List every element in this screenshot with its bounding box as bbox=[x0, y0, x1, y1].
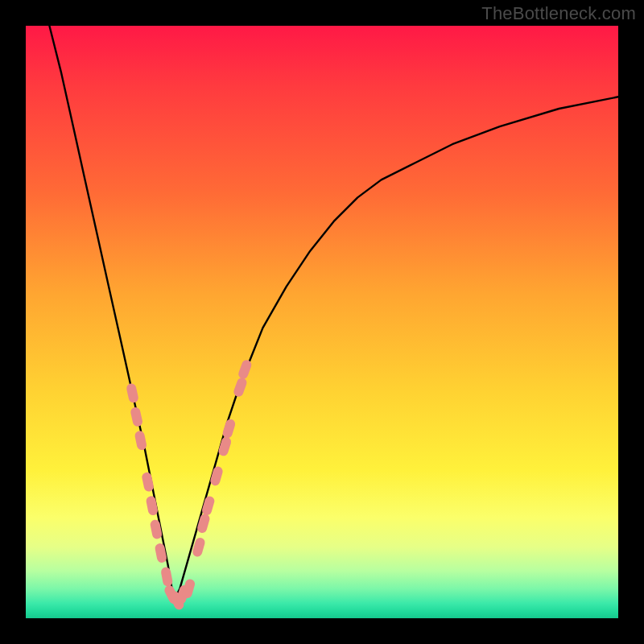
marker-group bbox=[126, 359, 253, 612]
curve-marker bbox=[146, 495, 159, 516]
curve-marker bbox=[155, 543, 167, 564]
curve-marker bbox=[160, 567, 173, 588]
chart-svg bbox=[26, 26, 618, 618]
curve-marker bbox=[141, 472, 155, 493]
curve-marker bbox=[126, 382, 139, 403]
curve-marker bbox=[233, 377, 248, 398]
watermark-text: TheBottleneck.com bbox=[481, 3, 636, 24]
curve-marker bbox=[221, 418, 237, 439]
bottleneck-curve-path bbox=[49, 26, 618, 601]
plot-area bbox=[26, 26, 618, 618]
curve-group bbox=[49, 26, 618, 601]
curve-marker bbox=[134, 430, 147, 451]
outer-frame: TheBottleneck.com bbox=[0, 0, 644, 644]
curve-marker bbox=[237, 359, 253, 381]
curve-marker bbox=[150, 519, 163, 540]
curve-marker bbox=[130, 407, 143, 427]
